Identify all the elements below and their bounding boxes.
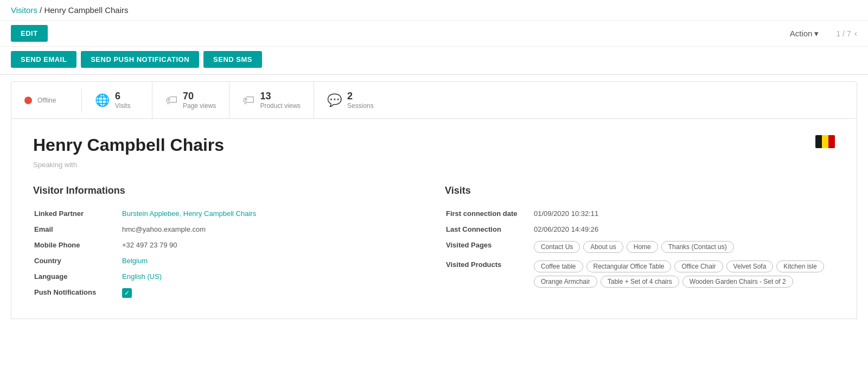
visited-product-tag: Coffee table bbox=[534, 260, 583, 272]
visits-table: First connection date 01/09/2020 10:32:1… bbox=[445, 205, 835, 292]
country-value: Belgium bbox=[122, 253, 422, 268]
edit-button[interactable]: EDIT bbox=[11, 25, 48, 42]
main-card: Henry Campbell Chairs Speaking with Visi… bbox=[11, 119, 857, 319]
price-tag-icon: 🏷 bbox=[242, 93, 254, 107]
linked-partner-label: Linked Partner bbox=[34, 206, 121, 221]
push-row: Push Notifications ✓ bbox=[34, 285, 422, 301]
visited-page-tag: Contact Us bbox=[534, 241, 580, 253]
page-views-count: 70 bbox=[183, 91, 216, 102]
stats-bar: Offline 🌐 6 Visits 🏷 70 Page views 🏷 13 … bbox=[11, 81, 857, 119]
company-name: Henry Campbell Chairs bbox=[33, 135, 224, 155]
visited-products-tags: Coffee tableRectangular Office TableOffi… bbox=[534, 260, 834, 288]
sessions-count: 2 bbox=[347, 91, 374, 102]
chat-icon: 💬 bbox=[327, 93, 342, 107]
pagination: 1 / 7 ‹ bbox=[836, 29, 857, 39]
sessions-label: Sessions bbox=[347, 102, 374, 110]
sessions-stat: 💬 2 Sessions bbox=[314, 82, 387, 118]
visits-count: 6 bbox=[115, 91, 130, 102]
visited-product-tag: Office Chair bbox=[674, 260, 723, 272]
visits-stat: 🌐 6 Visits bbox=[82, 82, 152, 118]
product-views-label: Product views bbox=[260, 102, 301, 110]
send-push-button[interactable]: SEND PUSH NOTIFICATION bbox=[81, 51, 199, 68]
email-label: Email bbox=[34, 222, 121, 237]
visits-title: Visits bbox=[445, 185, 835, 196]
mobile-label: Mobile Phone bbox=[34, 238, 121, 252]
language-row: Language English (US) bbox=[34, 269, 422, 284]
mobile-value: +32 497 23 79 90 bbox=[122, 238, 422, 252]
visits-section: Visits First connection date 01/09/2020 … bbox=[445, 185, 835, 302]
product-views-stat: 🏷 13 Product views bbox=[229, 82, 314, 118]
send-email-button[interactable]: SEND EMAIL bbox=[11, 51, 76, 68]
speaking-with-label: Speaking with bbox=[33, 161, 835, 169]
language-label: Language bbox=[34, 269, 121, 284]
flag-red-stripe bbox=[828, 135, 835, 148]
visited-product-tag: Kitchen isle bbox=[776, 260, 824, 272]
visited-products-value: Coffee tableRectangular Office TableOffi… bbox=[534, 257, 834, 291]
flag-black-stripe bbox=[815, 135, 822, 148]
chevron-down-icon: ▾ bbox=[814, 29, 819, 39]
visitor-info-section: Visitor Informations Linked Partner Burs… bbox=[33, 185, 423, 302]
visited-pages-tags: Contact UsAbout usHomeThanks (Contact us… bbox=[534, 241, 834, 253]
push-checkbox[interactable]: ✓ bbox=[122, 288, 132, 298]
visited-pages-label: Visited Pages bbox=[446, 238, 533, 256]
visited-products-label: Visited Products bbox=[446, 257, 533, 291]
first-connection-label: First connection date bbox=[446, 206, 533, 221]
last-connection-row: Last Connection 02/06/2020 14:49:26 bbox=[446, 222, 834, 237]
language-value: English (US) bbox=[122, 269, 422, 284]
product-views-count: 13 bbox=[260, 91, 301, 102]
mobile-row: Mobile Phone +32 497 23 79 90 bbox=[34, 238, 422, 252]
visited-page-tag: Home bbox=[627, 241, 658, 253]
main-toolbar: EDIT Action ▾ 1 / 7 ‹ bbox=[0, 21, 868, 47]
visited-product-tag: Velvet Sofa bbox=[726, 260, 774, 272]
visited-product-tag: Table + Set of 4 chairs bbox=[601, 276, 679, 288]
visited-page-tag: About us bbox=[583, 241, 623, 253]
tag-icon: 🏷 bbox=[165, 93, 177, 107]
page-views-stat: 🏷 70 Page views bbox=[152, 82, 229, 118]
country-link[interactable]: Belgium bbox=[122, 257, 148, 265]
company-header: Henry Campbell Chairs bbox=[33, 135, 835, 155]
visited-product-tag: Orange Armchair bbox=[534, 276, 597, 288]
visited-page-tag: Thanks (Contact us) bbox=[661, 241, 734, 253]
linked-partner-link[interactable]: Burstein Applebee, Henry Campbell Chairs bbox=[122, 209, 256, 218]
send-sms-button[interactable]: SEND SMS bbox=[203, 51, 262, 68]
last-connection-value: 02/06/2020 14:49:26 bbox=[534, 222, 834, 237]
first-connection-row: First connection date 01/09/2020 10:32:1… bbox=[446, 206, 834, 221]
sub-toolbar: SEND EMAIL SEND PUSH NOTIFICATION SEND S… bbox=[0, 47, 868, 75]
push-value: ✓ bbox=[122, 285, 422, 301]
visitor-info-table: Linked Partner Burstein Applebee, Henry … bbox=[33, 205, 423, 302]
breadcrumb-current: Henry Campbell Chairs bbox=[44, 5, 128, 15]
visited-product-tag: Wooden Garden Chairs - Set of 2 bbox=[682, 276, 793, 288]
country-row: Country Belgium bbox=[34, 253, 422, 268]
pagination-text: 1 / 7 bbox=[836, 29, 851, 38]
visited-product-tag: Rectangular Office Table bbox=[586, 260, 672, 272]
breadcrumb: Visitors / Henry Campbell Chairs bbox=[0, 0, 868, 21]
email-value: hmc@yahoo.example.com bbox=[122, 222, 422, 237]
prev-arrow-icon[interactable]: ‹ bbox=[854, 29, 857, 39]
visited-pages-row: Visited Pages Contact UsAbout usHomeThan… bbox=[446, 238, 834, 256]
offline-stat: Offline bbox=[11, 88, 82, 113]
visitor-info-title: Visitor Informations bbox=[33, 185, 423, 196]
linked-partner-value: Burstein Applebee, Henry Campbell Chairs bbox=[122, 206, 422, 221]
visited-products-row: Visited Products Coffee tableRectangular… bbox=[446, 257, 834, 291]
visited-pages-value: Contact UsAbout usHomeThanks (Contact us… bbox=[534, 238, 834, 256]
action-label: Action bbox=[790, 29, 813, 38]
flag-yellow-stripe bbox=[822, 135, 828, 148]
first-connection-value: 01/09/2020 10:32:11 bbox=[534, 206, 834, 221]
email-row: Email hmc@yahoo.example.com bbox=[34, 222, 422, 237]
last-connection-label: Last Connection bbox=[446, 222, 533, 237]
push-label: Push Notifications bbox=[34, 285, 121, 301]
language-link[interactable]: English (US) bbox=[122, 272, 162, 281]
offline-indicator-icon bbox=[24, 97, 32, 104]
visits-label: Visits bbox=[115, 102, 130, 110]
globe-icon: 🌐 bbox=[95, 93, 110, 107]
content-grid: Visitor Informations Linked Partner Burs… bbox=[33, 185, 835, 302]
page-views-label: Page views bbox=[183, 102, 216, 110]
breadcrumb-parent[interactable]: Visitors bbox=[11, 5, 37, 15]
offline-label: Offline bbox=[37, 97, 56, 104]
linked-partner-row: Linked Partner Burstein Applebee, Henry … bbox=[34, 206, 422, 221]
country-flag bbox=[815, 135, 835, 148]
country-label: Country bbox=[34, 253, 121, 268]
action-button[interactable]: Action ▾ bbox=[790, 29, 819, 39]
